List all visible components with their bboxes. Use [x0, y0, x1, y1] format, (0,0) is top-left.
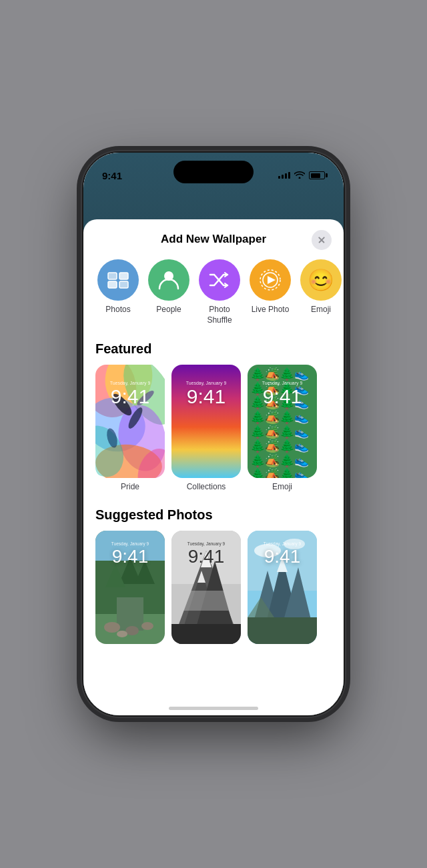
type-item-people[interactable]: People: [145, 259, 193, 315]
dynamic-island: [173, 161, 254, 183]
emoji-time: Tuesday, January 9 9:41: [248, 381, 317, 407]
pride-time: Tuesday, January 9 9:41: [95, 381, 165, 407]
collections-day: Tuesday, January 9: [171, 381, 241, 385]
emoji-hour: 9:41: [248, 385, 317, 407]
wallpaper-thumb-pride: Tuesday, January 9 9:41: [95, 365, 165, 478]
type-item-live-photo[interactable]: Live Photo: [246, 259, 294, 315]
svg-point-26: [104, 622, 120, 633]
type-circle-live-photo: [250, 259, 291, 301]
collections-time: Tuesday, January 9 9:41: [171, 381, 241, 407]
type-label-live-photo: Live Photo: [252, 305, 290, 315]
suggested-thumb-nature: Tuesday, January 9 9:41: [95, 531, 165, 644]
suggested-thumb-mountain-bw: Tuesday, January 9 9:41: [171, 531, 241, 644]
mountain-bw-day: Tuesday, January 9: [171, 541, 241, 546]
svg-marker-7: [268, 276, 276, 284]
svg-point-27: [125, 626, 139, 635]
svg-rect-1: [119, 273, 128, 279]
add-wallpaper-sheet: Add New Wallpaper Photos: [83, 219, 344, 715]
nature-hour: 9:41: [95, 546, 165, 567]
suggested-photos-row: Tuesday, January 9 9:41: [83, 531, 344, 660]
wallpaper-card-pride[interactable]: Tuesday, January 9 9:41 Pride: [95, 365, 165, 491]
wallpaper-card-emoji[interactable]: 🌲🏕️🌲👟🌲🏕️🌲👟🌲🏕️🌲👟🌲🏕️🌲👟🌲🏕️🌲👟🌲🏕️🌲👟🌲🏕️🌲👟🌲🏕️🌲👟…: [248, 365, 317, 491]
svg-rect-25: [117, 597, 143, 631]
wallpaper-thumb-emoji: 🌲🏕️🌲👟🌲🏕️🌲👟🌲🏕️🌲👟🌲🏕️🌲👟🌲🏕️🌲👟🌲🏕️🌲👟🌲🏕️🌲👟🌲🏕️🌲👟…: [248, 365, 317, 478]
wifi-icon: [294, 171, 305, 181]
mountain-color-time: Tuesday, January 9 9:41: [248, 541, 317, 567]
nature-time: Tuesday, January 9 9:41: [95, 541, 165, 567]
battery-fill: [311, 173, 320, 178]
sheet-header: Add New Wallpaper: [83, 219, 344, 254]
svg-rect-50: [248, 617, 317, 644]
status-time: 9:41: [102, 170, 122, 181]
status-icons: [278, 171, 325, 181]
close-button[interactable]: [312, 230, 332, 250]
signal-bar-3: [285, 173, 287, 179]
signal-bar-4: [288, 172, 290, 179]
type-item-emoji[interactable]: 😊 Emoji: [297, 259, 344, 315]
wallpaper-type-row: Photos People: [83, 254, 344, 339]
featured-wallpaper-row: Tuesday, January 9 9:41 Pride Tuesday, J…: [83, 365, 344, 497]
type-label-photo-shuffle: Photo Shuffle: [207, 305, 232, 325]
collections-label: Collections: [187, 482, 226, 491]
suggested-section-title: Suggested Photos: [83, 505, 344, 531]
type-label-photos: Photos: [105, 305, 130, 315]
mountain-color-hour: 9:41: [248, 546, 317, 567]
type-circle-emoji: 😊: [300, 259, 342, 301]
battery-icon: [309, 171, 325, 179]
home-indicator: [169, 707, 258, 710]
mountain-bw-hour: 9:41: [171, 546, 241, 567]
svg-rect-0: [108, 273, 117, 279]
svg-rect-41: [171, 624, 241, 644]
wallpaper-card-collections[interactable]: Tuesday, January 9 9:41 Collections: [171, 365, 241, 491]
pride-hour: 9:41: [95, 385, 165, 407]
type-circle-people: [148, 259, 189, 301]
type-circle-photo-shuffle: [199, 259, 240, 301]
svg-rect-2: [108, 281, 117, 288]
sheet-title: Add New Wallpaper: [161, 233, 266, 246]
emoji-wall-label: Emoji: [272, 482, 292, 491]
signal-bar-2: [282, 175, 284, 179]
featured-section-title: Featured: [83, 339, 344, 365]
mountain-bw-time: Tuesday, January 9 9:41: [171, 541, 241, 567]
type-label-people: People: [156, 305, 181, 315]
type-item-photos[interactable]: Photos: [94, 259, 142, 315]
svg-rect-3: [119, 281, 128, 288]
suggested-card-nature[interactable]: Tuesday, January 9 9:41: [95, 531, 165, 644]
type-label-emoji: Emoji: [311, 305, 331, 315]
suggested-thumb-mountain-color: Tuesday, January 9 9:41: [248, 531, 317, 644]
suggested-card-mountain-color[interactable]: Tuesday, January 9 9:41: [248, 531, 317, 644]
svg-point-29: [117, 631, 127, 637]
wallpaper-thumb-collections: Tuesday, January 9 9:41: [171, 365, 241, 478]
phone-frame: 9:41 Add New Wallpaper: [83, 153, 344, 715]
suggested-card-mountain-bw[interactable]: Tuesday, January 9 9:41: [171, 531, 241, 644]
signal-bar-1: [278, 176, 280, 179]
pride-day: Tuesday, January 9: [95, 381, 165, 385]
type-circle-photos: [97, 259, 139, 301]
collections-hour: 9:41: [171, 385, 241, 407]
pride-label: Pride: [121, 482, 139, 491]
signal-icon: [278, 172, 290, 179]
svg-rect-40: [171, 591, 241, 611]
type-item-photo-shuffle[interactable]: Photo Shuffle: [195, 259, 244, 325]
emoji-day: Tuesday, January 9: [248, 381, 317, 385]
svg-point-28: [141, 622, 153, 630]
